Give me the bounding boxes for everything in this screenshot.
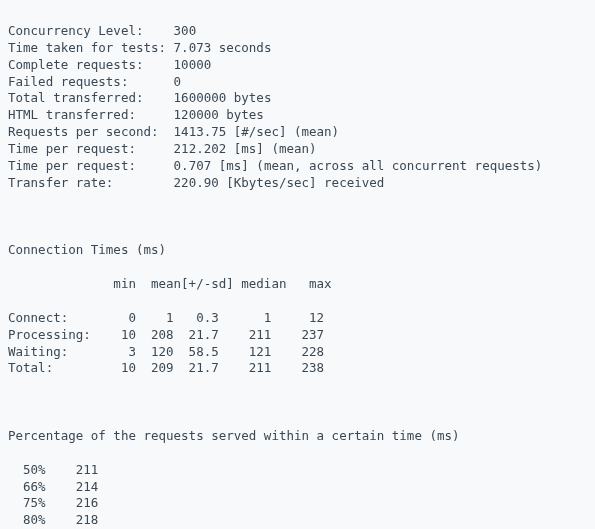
summary-value: 0.707 [ms] (mean, across all concurrent … — [174, 158, 543, 173]
blank-line — [8, 209, 587, 226]
summary-value: 7.073 seconds — [174, 40, 272, 55]
summary-value: 120000 bytes — [174, 107, 264, 122]
summary-row: Time per request: 212.202 [ms] (mean) — [8, 141, 587, 158]
blank-line — [8, 394, 587, 411]
summary-label: Failed requests: — [8, 74, 174, 89]
summary-row: Time per request: 0.707 [ms] (mean, acro… — [8, 158, 587, 175]
summary-label: HTML transferred: — [8, 107, 174, 122]
connection-times-row: Processing: 10 208 21.7 211 237 — [8, 327, 587, 344]
ab-output: Concurrency Level: 300Time taken for tes… — [0, 0, 595, 529]
connection-times-header: min mean[+/-sd] median max — [8, 276, 587, 293]
percentage-rows: 50% 211 66% 214 75% 216 80% 218 90% 221 … — [8, 462, 587, 529]
summary-label: Time per request: — [8, 141, 174, 156]
summary-label: Transfer rate: — [8, 175, 174, 190]
summary-label: Requests per second: — [8, 124, 174, 139]
summary-label: Time per request: — [8, 158, 174, 173]
summary-row: Total transferred: 1600000 bytes — [8, 90, 587, 107]
summary-row: Time taken for tests: 7.073 seconds — [8, 40, 587, 57]
summary-label: Complete requests: — [8, 57, 174, 72]
summary-value: 212.202 [ms] (mean) — [174, 141, 317, 156]
summary-row: Concurrency Level: 300 — [8, 23, 587, 40]
summary-row: Transfer rate: 220.90 [Kbytes/sec] recei… — [8, 175, 587, 192]
summary-label: Concurrency Level: — [8, 23, 174, 38]
percentage-heading: Percentage of the requests served within… — [8, 428, 587, 445]
summary-value: 1413.75 [#/sec] (mean) — [174, 124, 340, 139]
summary-row: Complete requests: 10000 — [8, 57, 587, 74]
summary-label: Total transferred: — [8, 90, 174, 105]
summary-value: 0 — [174, 74, 182, 89]
connection-times-heading: Connection Times (ms) — [8, 242, 587, 259]
summary-value: 300 — [174, 23, 197, 38]
percentage-row: 75% 216 — [8, 495, 587, 512]
connection-times-row: Connect: 0 1 0.3 1 12 — [8, 310, 587, 327]
summary-value: 1600000 bytes — [174, 90, 272, 105]
summary-label: Time taken for tests: — [8, 40, 174, 55]
summary-block: Concurrency Level: 300Time taken for tes… — [8, 23, 587, 192]
percentage-row: 50% 211 — [8, 462, 587, 479]
summary-row: Requests per second: 1413.75 [#/sec] (me… — [8, 124, 587, 141]
summary-row: Failed requests: 0 — [8, 74, 587, 91]
summary-value: 220.90 [Kbytes/sec] received — [174, 175, 385, 190]
summary-row: HTML transferred: 120000 bytes — [8, 107, 587, 124]
percentage-row: 66% 214 — [8, 479, 587, 496]
summary-value: 10000 — [174, 57, 212, 72]
connection-times-rows: Connect: 0 1 0.3 1 12Processing: 10 208 … — [8, 310, 587, 378]
percentage-row: 80% 218 — [8, 512, 587, 529]
connection-times-row: Total: 10 209 21.7 211 238 — [8, 360, 587, 377]
connection-times-row: Waiting: 3 120 58.5 121 228 — [8, 344, 587, 361]
